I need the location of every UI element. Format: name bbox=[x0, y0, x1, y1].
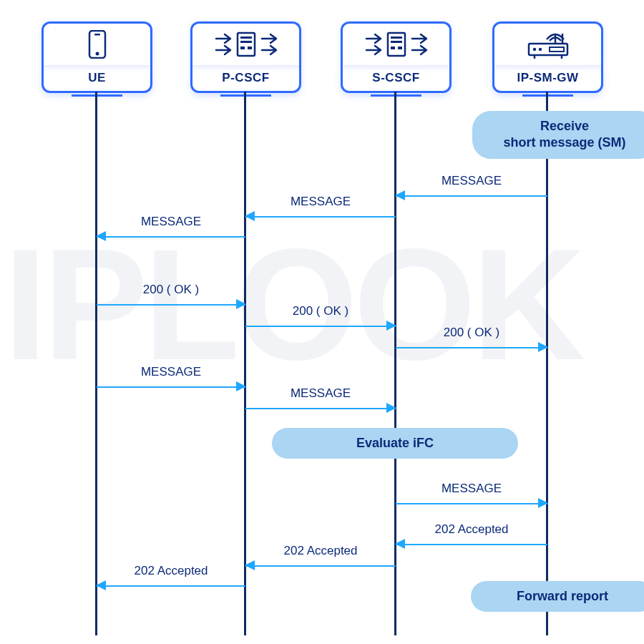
message-label: 200 ( OK ) bbox=[97, 283, 245, 297]
proxy-icon bbox=[362, 30, 431, 59]
msg-200ok-ue-pcscf: 200 ( OK ) bbox=[97, 297, 245, 317]
msg-message-ipsmgw-scscf: MESSAGE bbox=[396, 188, 547, 208]
message-label: 202 Accepted bbox=[245, 544, 396, 558]
participant-ipsmgw: IP-SM-GW bbox=[492, 21, 603, 97]
msg-message-ue-pcscf: MESSAGE bbox=[97, 379, 245, 399]
lifeline-ue bbox=[95, 92, 97, 635]
participant-label: S-CSCF bbox=[372, 71, 419, 85]
msg-message-scscf-pcscf: MESSAGE bbox=[245, 209, 396, 229]
svg-point-2 bbox=[95, 52, 99, 56]
msg-message-pcscf-scscf: MESSAGE bbox=[245, 401, 396, 421]
svg-rect-5 bbox=[240, 41, 252, 43]
msg-202-pcscf-ue: 202 Accepted bbox=[97, 578, 245, 598]
participant-label: UE bbox=[88, 71, 106, 85]
note-text: Evaluate iFC bbox=[356, 436, 434, 450]
note-forward-report: Forward report bbox=[471, 581, 644, 612]
message-label: 202 Accepted bbox=[396, 522, 547, 537]
msg-message-scscf-ipsmgw: MESSAGE bbox=[396, 496, 547, 516]
participant-pcscf: P-CSCF bbox=[190, 21, 301, 97]
svg-rect-7 bbox=[248, 47, 252, 49]
svg-rect-3 bbox=[238, 33, 255, 56]
participant-scscf: S-CSCF bbox=[341, 21, 452, 97]
svg-point-15 bbox=[538, 48, 541, 51]
msg-200ok-scscf-ipsmgw: 200 ( OK ) bbox=[396, 340, 547, 360]
gateway-icon bbox=[525, 29, 572, 59]
message-label: 202 Accepted bbox=[97, 564, 245, 578]
svg-rect-16 bbox=[550, 47, 564, 52]
svg-rect-4 bbox=[240, 36, 252, 39]
svg-rect-10 bbox=[391, 41, 402, 43]
svg-rect-6 bbox=[240, 47, 245, 49]
participant-label: P-CSCF bbox=[222, 71, 269, 85]
participant-ue: UE bbox=[42, 21, 152, 97]
note-receive-sm: Receive short message (SM) bbox=[472, 111, 644, 159]
note-evaluate-ifc: Evaluate iFC bbox=[272, 428, 518, 459]
svg-point-14 bbox=[532, 48, 535, 51]
msg-202-scscf-pcscf: 202 Accepted bbox=[245, 558, 396, 578]
msg-message-pcscf-ue: MESSAGE bbox=[97, 229, 245, 249]
msg-200ok-pcscf-scscf: 200 ( OK ) bbox=[245, 318, 396, 338]
msg-202-ipsmgw-scscf: 202 Accepted bbox=[396, 537, 547, 557]
svg-rect-9 bbox=[391, 36, 402, 39]
message-label: MESSAGE bbox=[396, 174, 547, 188]
participant-label: IP-SM-GW bbox=[517, 71, 578, 85]
message-label: MESSAGE bbox=[245, 386, 396, 401]
message-label: MESSAGE bbox=[97, 365, 245, 379]
message-label: 200 ( OK ) bbox=[245, 304, 396, 318]
message-label: MESSAGE bbox=[97, 215, 245, 229]
message-label: MESSAGE bbox=[245, 195, 396, 209]
note-text: Forward report bbox=[517, 589, 608, 603]
proxy-icon bbox=[212, 30, 280, 59]
svg-rect-8 bbox=[388, 33, 405, 56]
sequence-diagram: IPLOOK UE bbox=[0, 0, 644, 644]
device-icon bbox=[87, 30, 107, 59]
svg-rect-1 bbox=[94, 34, 100, 36]
message-label: 200 ( OK ) bbox=[396, 326, 547, 340]
note-text: Receive short message (SM) bbox=[503, 119, 625, 150]
message-label: MESSAGE bbox=[396, 482, 547, 496]
svg-rect-11 bbox=[391, 47, 395, 49]
svg-rect-12 bbox=[398, 47, 402, 49]
